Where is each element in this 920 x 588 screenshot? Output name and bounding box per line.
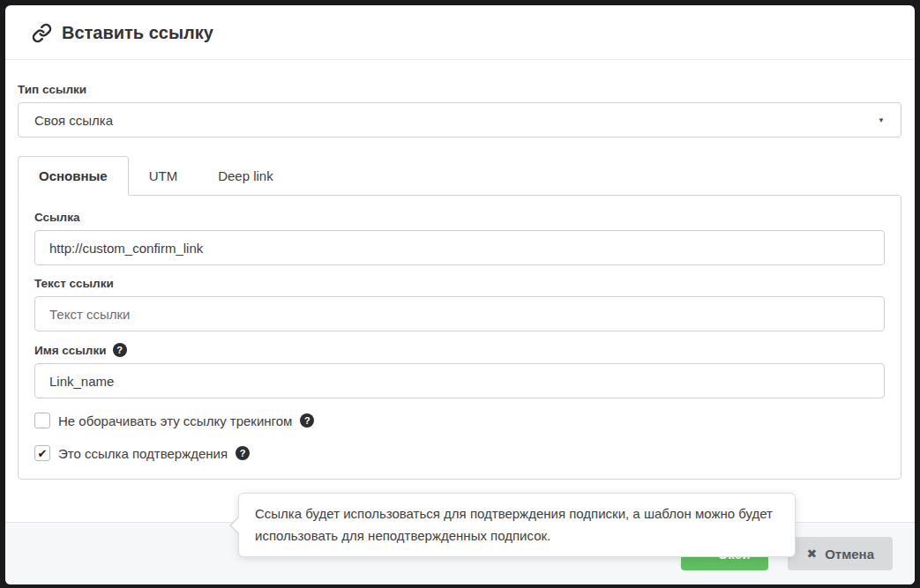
no-tracking-checkbox-label: Не оборачивать эту ссылку трекингом bbox=[58, 413, 292, 428]
tab-panel-main: Ссылка Текст ссылки Имя ссылки ? Не обор… bbox=[18, 195, 901, 480]
link-name-field-label: Имя ссылки ? bbox=[34, 343, 885, 357]
no-tracking-checkbox[interactable] bbox=[34, 413, 50, 428]
cross-icon: ✖ bbox=[806, 547, 817, 561]
link-name-input[interactable] bbox=[34, 363, 885, 398]
link-text-field-label: Текст ссылки bbox=[34, 277, 885, 290]
confirmation-link-tooltip: Ссылка будет использоваться для подтверж… bbox=[238, 493, 796, 557]
cancel-button-label: Отмена bbox=[825, 547, 874, 562]
url-field-label: Ссылка bbox=[34, 211, 885, 224]
modal-header: Вставить ссылку bbox=[5, 5, 915, 60]
checkmark-icon: ✔ bbox=[38, 447, 48, 460]
cancel-button[interactable]: ✖ Отмена bbox=[788, 537, 893, 570]
link-type-selected-value: Своя ссылка bbox=[34, 113, 113, 128]
no-tracking-help-icon[interactable]: ? bbox=[300, 413, 314, 428]
tab-bar: Основные UTM Deep link bbox=[18, 156, 901, 195]
no-tracking-checkbox-row[interactable]: Не оборачивать эту ссылку трекингом ? bbox=[34, 413, 885, 428]
link-name-help-icon[interactable]: ? bbox=[113, 343, 127, 357]
modal-title: Вставить ссылку bbox=[62, 23, 213, 43]
confirmation-link-checkbox[interactable]: ✔ bbox=[34, 445, 50, 461]
insert-link-modal: Вставить ссылку Тип ссылки Своя ссылка ▼… bbox=[5, 5, 915, 584]
tab-utm[interactable]: UTM bbox=[129, 157, 198, 195]
confirmation-link-help-icon[interactable]: ? bbox=[236, 446, 250, 460]
link-icon bbox=[32, 23, 52, 43]
tab-main[interactable]: Основные bbox=[18, 156, 129, 196]
modal-body: Тип ссылки Своя ссылка ▼ Основные UTM De… bbox=[5, 60, 915, 522]
link-text-input[interactable] bbox=[34, 296, 885, 331]
tab-deep-link[interactable]: Deep link bbox=[198, 157, 294, 195]
tooltip-text: Ссылка будет использоваться для подтверж… bbox=[255, 506, 773, 543]
url-input[interactable] bbox=[34, 230, 885, 265]
link-name-label-text: Имя ссылки bbox=[34, 344, 107, 357]
chevron-down-icon: ▼ bbox=[878, 116, 885, 124]
link-type-label: Тип ссылки bbox=[18, 83, 901, 96]
confirmation-link-checkbox-row[interactable]: ✔ Это ссылка подтверждения ? bbox=[34, 445, 885, 461]
link-type-select[interactable]: Своя ссылка ▼ bbox=[18, 102, 901, 138]
confirmation-link-checkbox-label: Это ссылка подтверждения bbox=[58, 446, 228, 461]
